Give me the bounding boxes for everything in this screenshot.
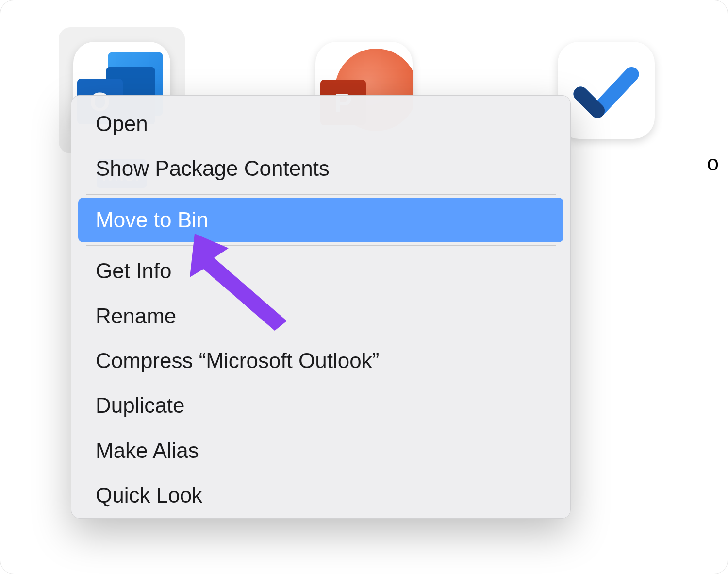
menu-item-quick-look[interactable]: Quick Look — [78, 473, 563, 518]
menu-item-compress[interactable]: Compress “Microsoft Outlook” — [78, 338, 563, 383]
menu-item-make-alias[interactable]: Make Alias — [78, 428, 563, 473]
context-menu: Open Show Package Contents Move to Bin G… — [71, 95, 571, 519]
menu-item-duplicate[interactable]: Duplicate — [78, 383, 563, 428]
menu-item-open[interactable]: Open — [78, 101, 563, 146]
menu-item-get-info[interactable]: Get Info — [78, 249, 563, 293]
menu-item-move-to-bin[interactable]: Move to Bin — [78, 198, 563, 242]
menu-separator — [86, 245, 556, 246]
truncated-label-fragment: o — [707, 151, 719, 175]
menu-separator — [86, 194, 556, 195]
menu-item-show-package-contents[interactable]: Show Package Contents — [78, 146, 563, 191]
todo-check-icon — [570, 54, 643, 127]
menu-item-rename[interactable]: Rename — [78, 294, 563, 338]
